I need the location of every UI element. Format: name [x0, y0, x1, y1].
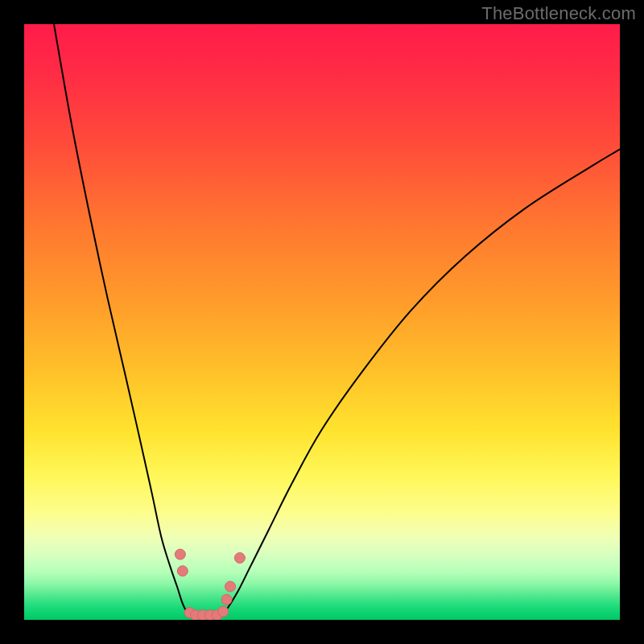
- right-curve: [224, 149, 620, 613]
- data-marker: [177, 566, 188, 576]
- left-curve: [54, 24, 190, 615]
- chart-svg: [24, 24, 620, 620]
- data-marker: [221, 594, 232, 605]
- data-marker: [175, 549, 185, 559]
- data-marker: [234, 553, 245, 564]
- chart-frame: TheBottleneck.com: [0, 0, 644, 644]
- data-marker: [218, 606, 229, 617]
- markers-group: [175, 549, 245, 620]
- watermark-label: TheBottleneck.com: [481, 3, 636, 24]
- data-marker: [225, 581, 236, 592]
- plot-area: [24, 24, 620, 620]
